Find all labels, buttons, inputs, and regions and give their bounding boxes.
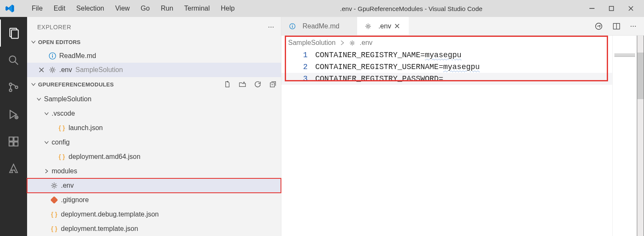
run-debug-activity-icon[interactable] bbox=[0, 101, 27, 128]
project-name: GPUREFERENCEMODULES bbox=[38, 81, 114, 88]
svg-rect-19 bbox=[51, 197, 58, 203]
tree-label: .env bbox=[61, 182, 74, 189]
tree-file[interactable]: { }deployment.debug.template.json bbox=[27, 207, 281, 222]
tree-file[interactable]: .gitignore bbox=[27, 193, 281, 207]
svg-point-7 bbox=[15, 86, 18, 89]
source-control-activity-icon[interactable] bbox=[0, 74, 27, 101]
tab-label: .env bbox=[378, 22, 391, 30]
svg-rect-9 bbox=[9, 137, 13, 141]
search-activity-icon[interactable] bbox=[0, 47, 27, 74]
svg-point-15 bbox=[52, 54, 53, 55]
code-text: CONTAINER_REGISTRY_PASSWORD= bbox=[315, 73, 443, 85]
file-tree: SampleSolution.vscode{ }launch.jsonconfi… bbox=[27, 92, 281, 236]
json-icon: { } bbox=[50, 211, 58, 218]
window-controls bbox=[582, 0, 641, 17]
svg-point-22 bbox=[292, 24, 293, 25]
new-file-icon[interactable] bbox=[223, 81, 231, 88]
gear-icon bbox=[364, 23, 372, 30]
tab-label: ReadMe.md bbox=[303, 22, 339, 30]
menu-edit[interactable]: Edit bbox=[48, 2, 71, 15]
new-folder-icon[interactable] bbox=[239, 81, 246, 88]
tree-label: .vscode bbox=[52, 110, 75, 117]
editor-body[interactable]: SampleSolution .env 1CONTAINER_REGISTRY_… bbox=[281, 36, 612, 236]
editor-scrollbar[interactable] bbox=[637, 36, 644, 236]
tree-folder[interactable]: SampleSolution bbox=[27, 92, 281, 106]
close-icon[interactable] bbox=[35, 67, 48, 73]
tree-file[interactable]: .env bbox=[27, 178, 281, 193]
explorer-actions bbox=[223, 81, 277, 88]
breadcrumb-part[interactable]: .env bbox=[360, 39, 372, 47]
open-editors-header[interactable]: OPEN EDITORS bbox=[27, 35, 281, 48]
svg-rect-14 bbox=[52, 55, 53, 57]
tree-label: deployment.template.json bbox=[61, 225, 138, 233]
json-icon: { } bbox=[50, 225, 58, 232]
tree-file[interactable]: { }deployment.amd64.json bbox=[27, 150, 281, 164]
menu-file[interactable]: File bbox=[26, 2, 48, 15]
extensions-activity-icon[interactable] bbox=[0, 128, 27, 155]
tab-readme[interactable]: ReadMe.md bbox=[281, 17, 357, 35]
code-line[interactable]: 3CONTAINER_REGISTRY_PASSWORD= bbox=[281, 73, 612, 85]
tree-file[interactable]: { }deployment.template.json bbox=[27, 222, 281, 236]
tree-label: deployment.debug.template.json bbox=[61, 211, 159, 218]
code-line[interactable]: 2CONTAINER_REGISTRY_USERNAME=myasegpu bbox=[281, 61, 612, 73]
breadcrumb[interactable]: SampleSolution .env bbox=[281, 36, 612, 49]
run-file-icon[interactable] bbox=[594, 22, 603, 31]
git-icon bbox=[50, 197, 58, 203]
tree-folder[interactable]: config bbox=[27, 135, 281, 150]
open-editor-env[interactable]: .env SampleSolution bbox=[27, 63, 281, 77]
gear-icon bbox=[349, 40, 355, 46]
open-editor-label: .env bbox=[59, 66, 72, 74]
svg-rect-1 bbox=[609, 6, 614, 11]
chevron-right-icon bbox=[43, 168, 50, 174]
menu-bar: File Edit Selection View Go Run Terminal… bbox=[26, 2, 240, 15]
svg-point-16 bbox=[51, 69, 53, 71]
chevron-right-icon bbox=[340, 40, 345, 45]
menu-selection[interactable]: Selection bbox=[71, 2, 110, 15]
close-icon[interactable] bbox=[394, 23, 402, 29]
tree-folder[interactable]: .vscode bbox=[27, 106, 281, 121]
split-editor-icon[interactable] bbox=[612, 22, 621, 31]
svg-point-26 bbox=[351, 42, 353, 44]
tree-label: launch.json bbox=[69, 124, 103, 132]
explorer-activity-icon[interactable] bbox=[0, 19, 27, 47]
menu-go[interactable]: Go bbox=[135, 2, 155, 15]
code-text: CONTAINER_REGISTRY_USERNAME=myasegpu bbox=[315, 61, 480, 73]
chevron-down-icon bbox=[30, 39, 36, 45]
minimize-button[interactable] bbox=[582, 0, 602, 17]
svg-point-5 bbox=[9, 83, 12, 86]
code-text: CONTAINER_REGISTRY_NAME=myasegpu bbox=[315, 49, 462, 61]
more-actions-icon[interactable]: ··· bbox=[630, 22, 636, 31]
project-header[interactable]: GPUREFERENCEMODULES bbox=[27, 77, 281, 92]
azure-activity-icon[interactable] bbox=[0, 155, 27, 182]
close-window-button[interactable] bbox=[621, 0, 641, 17]
tree-label: config bbox=[52, 139, 70, 146]
tree-folder[interactable]: modules bbox=[27, 164, 281, 178]
title-bar: File Edit Selection View Go Run Terminal… bbox=[0, 0, 644, 17]
explorer-title: EXPLORER bbox=[37, 24, 71, 31]
svg-rect-10 bbox=[14, 137, 18, 141]
chevron-down-icon bbox=[36, 96, 42, 102]
explorer-more-icon[interactable]: ··· bbox=[268, 22, 274, 31]
refresh-icon[interactable] bbox=[254, 81, 261, 88]
gear-icon bbox=[50, 182, 58, 189]
editor-tabs: ReadMe.md .env ··· bbox=[281, 17, 644, 36]
collapse-all-icon[interactable] bbox=[269, 81, 277, 88]
line-number: 1 bbox=[281, 49, 315, 61]
tree-label: .gitignore bbox=[61, 196, 89, 204]
tree-file[interactable]: { }launch.json bbox=[27, 121, 281, 135]
breadcrumb-part[interactable]: SampleSolution bbox=[288, 39, 336, 47]
open-editor-sublabel: SampleSolution bbox=[75, 66, 123, 74]
menu-terminal[interactable]: Terminal bbox=[179, 2, 215, 15]
json-icon: { } bbox=[58, 125, 66, 131]
minimap[interactable] bbox=[612, 36, 637, 236]
menu-run[interactable]: Run bbox=[155, 2, 179, 15]
code-line[interactable]: 1CONTAINER_REGISTRY_NAME=myasegpu bbox=[281, 49, 612, 61]
menu-help[interactable]: Help bbox=[215, 2, 240, 15]
scrollbar-thumb[interactable] bbox=[637, 53, 644, 99]
tab-env[interactable]: .env bbox=[357, 17, 409, 35]
chevron-down-icon bbox=[43, 111, 50, 117]
menu-view[interactable]: View bbox=[110, 2, 135, 15]
activity-bar bbox=[0, 17, 27, 236]
open-editor-readme[interactable]: ReadMe.md bbox=[27, 49, 281, 63]
maximize-button[interactable] bbox=[602, 0, 621, 17]
